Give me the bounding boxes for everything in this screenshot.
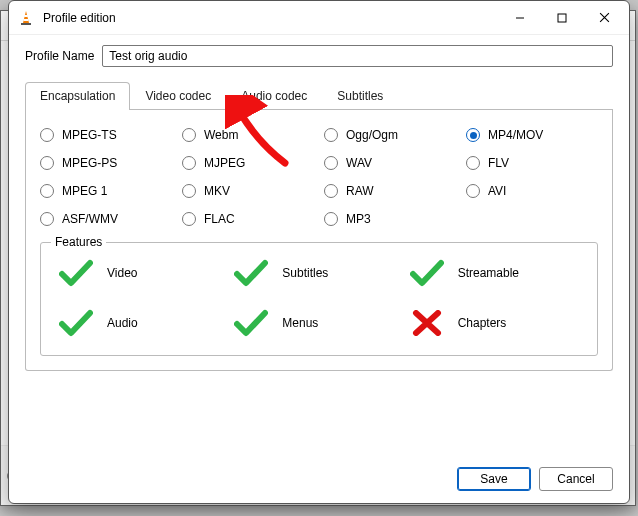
- title-bar: Profile edition: [9, 1, 629, 35]
- encapsulation-radio[interactable]: FLAC: [182, 212, 314, 226]
- encapsulation-radio[interactable]: MP3: [324, 212, 456, 226]
- radio-icon: [40, 184, 54, 198]
- feature-label: Video: [107, 266, 137, 280]
- radio-label: MJPEG: [204, 156, 245, 170]
- svg-rect-2: [21, 23, 31, 25]
- radio-icon: [182, 128, 196, 142]
- tab-label: Video codec: [145, 89, 211, 103]
- radio-icon: [324, 184, 338, 198]
- save-button[interactable]: Save: [457, 467, 531, 491]
- radio-label: AVI: [488, 184, 506, 198]
- encapsulation-radio[interactable]: WAV: [324, 156, 456, 170]
- radio-icon: [40, 212, 54, 226]
- minimize-button[interactable]: [499, 3, 541, 33]
- feature-label: Chapters: [458, 316, 507, 330]
- feature-item: Audio: [59, 309, 228, 337]
- features-group: Features VideoSubtitlesStreamableAudioMe…: [40, 242, 598, 356]
- encapsulation-panel: MPEG-TSWebmOgg/OgmMP4/MOVMPEG-PSMJPEGWAV…: [25, 110, 613, 371]
- button-label: Save: [480, 472, 507, 486]
- radio-label: MPEG-TS: [62, 128, 117, 142]
- profile-name-label: Profile Name: [25, 49, 94, 63]
- feature-item: Chapters: [410, 309, 579, 337]
- svg-rect-3: [558, 14, 566, 22]
- vlc-cone-icon: [17, 9, 35, 27]
- radio-label: ASF/WMV: [62, 212, 118, 226]
- encapsulation-radio[interactable]: MPEG-TS: [40, 128, 172, 142]
- feature-item: Subtitles: [234, 259, 403, 287]
- encapsulation-radio[interactable]: Ogg/Ogm: [324, 128, 456, 142]
- feature-item: Menus: [234, 309, 403, 337]
- encapsulation-radio[interactable]: MKV: [182, 184, 314, 198]
- check-icon: [234, 259, 268, 287]
- radio-icon: [324, 212, 338, 226]
- feature-label: Subtitles: [282, 266, 328, 280]
- cross-icon: [410, 309, 444, 337]
- radio-icon: [466, 128, 480, 142]
- check-icon: [59, 259, 93, 287]
- radio-icon: [182, 184, 196, 198]
- encapsulation-radio[interactable]: Webm: [182, 128, 314, 142]
- profile-name-input[interactable]: [102, 45, 613, 67]
- radio-label: FLAC: [204, 212, 235, 226]
- tab-encapsulation[interactable]: Encapsulation: [25, 82, 130, 110]
- radio-label: MP3: [346, 212, 371, 226]
- feature-item: Streamable: [410, 259, 579, 287]
- close-button[interactable]: [583, 3, 625, 33]
- tab-strip: Encapsulation Video codec Audio codec Su…: [25, 81, 613, 110]
- tab-subtitles[interactable]: Subtitles: [322, 82, 398, 110]
- radio-icon: [466, 184, 480, 198]
- radio-label: Webm: [204, 128, 238, 142]
- encapsulation-radio[interactable]: MPEG 1: [40, 184, 172, 198]
- radio-label: MKV: [204, 184, 230, 198]
- button-label: Cancel: [557, 472, 594, 486]
- radio-label: RAW: [346, 184, 374, 198]
- encapsulation-radio[interactable]: AVI: [466, 184, 598, 198]
- tab-label: Encapsulation: [40, 89, 115, 103]
- radio-label: MPEG 1: [62, 184, 107, 198]
- feature-label: Menus: [282, 316, 318, 330]
- tab-label: Subtitles: [337, 89, 383, 103]
- encapsulation-radio[interactable]: FLV: [466, 156, 598, 170]
- encapsulation-options: MPEG-TSWebmOgg/OgmMP4/MOVMPEG-PSMJPEGWAV…: [40, 128, 598, 226]
- tab-label: Audio codec: [241, 89, 307, 103]
- window-title: Profile edition: [43, 11, 499, 25]
- radio-icon: [324, 128, 338, 142]
- check-icon: [59, 309, 93, 337]
- radio-label: MPEG-PS: [62, 156, 117, 170]
- features-legend: Features: [51, 235, 106, 249]
- radio-icon: [40, 128, 54, 142]
- svg-rect-0: [24, 15, 28, 17]
- tab-video-codec[interactable]: Video codec: [130, 82, 226, 110]
- radio-icon: [182, 156, 196, 170]
- feature-item: Video: [59, 259, 228, 287]
- cancel-button[interactable]: Cancel: [539, 467, 613, 491]
- radio-label: FLV: [488, 156, 509, 170]
- check-icon: [234, 309, 268, 337]
- radio-icon: [40, 156, 54, 170]
- tab-audio-codec[interactable]: Audio codec: [226, 82, 322, 110]
- radio-label: MP4/MOV: [488, 128, 543, 142]
- svg-rect-1: [24, 19, 29, 21]
- encapsulation-radio[interactable]: MJPEG: [182, 156, 314, 170]
- profile-edition-dialog: Profile edition Profile Name Encapsulati…: [8, 0, 630, 504]
- encapsulation-radio[interactable]: MP4/MOV: [466, 128, 598, 142]
- encapsulation-radio[interactable]: RAW: [324, 184, 456, 198]
- encapsulation-radio[interactable]: MPEG-PS: [40, 156, 172, 170]
- feature-label: Audio: [107, 316, 138, 330]
- encapsulation-radio[interactable]: ASF/WMV: [40, 212, 172, 226]
- check-icon: [410, 259, 444, 287]
- radio-icon: [324, 156, 338, 170]
- radio-icon: [182, 212, 196, 226]
- radio-label: Ogg/Ogm: [346, 128, 398, 142]
- radio-icon: [466, 156, 480, 170]
- maximize-button[interactable]: [541, 3, 583, 33]
- radio-label: WAV: [346, 156, 372, 170]
- feature-label: Streamable: [458, 266, 519, 280]
